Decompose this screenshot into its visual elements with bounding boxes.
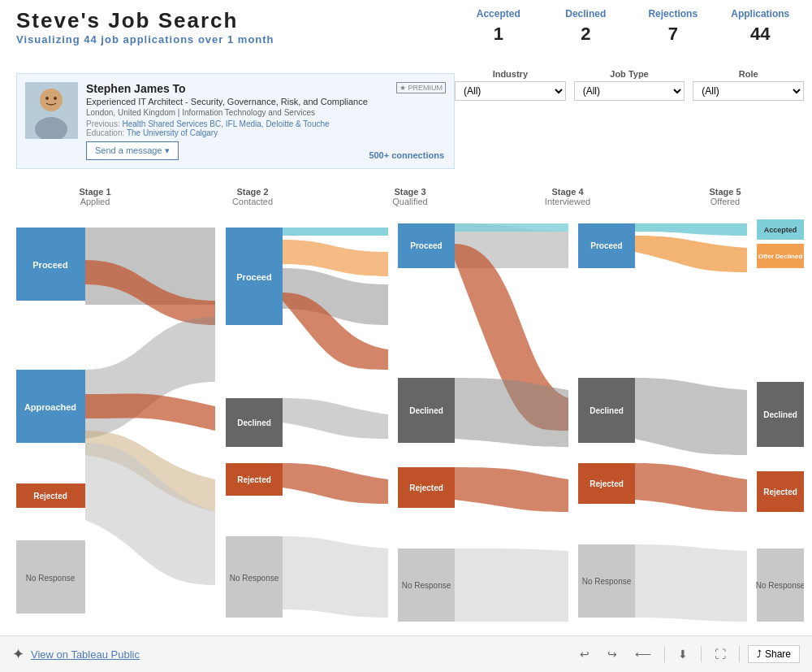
toolbar-divider xyxy=(664,646,665,662)
s5-declined-label: Declined xyxy=(763,410,797,419)
s4-noresponse-label: No Response xyxy=(582,577,632,586)
s3s4-teal-flow xyxy=(455,223,568,232)
role-filter: Role (All) xyxy=(693,69,804,101)
previous-label: Previous: xyxy=(86,119,120,128)
rejections-label: Rejections xyxy=(633,8,714,20)
s5-noresponse-label: No Response xyxy=(756,581,804,590)
s3-proceed-label: Proceed xyxy=(410,241,442,250)
job-type-filter: Job Type (All) xyxy=(574,69,685,101)
s4-proceed-label: Proceed xyxy=(590,241,622,250)
declined-label: Declined xyxy=(545,8,626,20)
stage-4: Stage 4 Interviewed xyxy=(489,187,646,206)
s3s4-orange2-flow xyxy=(455,467,568,512)
industry-filter: Industry (All) xyxy=(455,69,566,101)
s2s3-accepted-flow xyxy=(283,228,388,236)
stage-5-title: Stage 5 xyxy=(646,187,804,197)
stage-3: Stage 3 Qualified xyxy=(331,187,489,206)
s3-noresponse-label: No Response xyxy=(402,581,451,590)
stage-4-title: Stage 4 xyxy=(489,187,646,197)
stats-area: Accepted Declined Rejections Application… xyxy=(455,8,804,49)
stage-2-sub: Contacted xyxy=(174,197,331,206)
accepted-label: Accepted xyxy=(458,8,539,20)
previous-value: Health Shared Services BC, IFL Media, De… xyxy=(122,119,329,128)
s2s3-gray2-flow xyxy=(283,398,388,439)
bottom-toolbar: ↩ ↪ ⟵ ⬇ ⛶ ⤴ Share xyxy=(575,645,800,663)
s3s4-lightgray-flow xyxy=(455,548,568,622)
s1-rejected-label: Rejected xyxy=(33,492,67,501)
download-button[interactable]: ⬇ xyxy=(673,645,693,663)
stage-3-sub: Qualified xyxy=(331,197,489,206)
tableau-logo-icon: ✦ xyxy=(12,645,24,663)
profile-previous: Previous: Health Shared Services BC, IFL… xyxy=(86,119,446,128)
back-button[interactable]: ⟵ xyxy=(630,645,656,663)
svg-point-3 xyxy=(45,97,49,100)
profile-info: Stephen James To ★ PREMIUM Experienced I… xyxy=(86,82,446,160)
profile-title: Experienced IT Architect - Security, Gov… xyxy=(86,97,446,106)
applications-label: Applications xyxy=(719,8,801,20)
s4-declined-label: Declined xyxy=(590,406,624,415)
avatar xyxy=(25,82,78,139)
s3-declined-label: Declined xyxy=(409,406,443,415)
stage-5-sub: Offered xyxy=(646,197,804,206)
filters-area: Industry (All) Job Type (All) Role (All) xyxy=(455,69,804,101)
job-type-select[interactable]: (All) xyxy=(574,81,685,101)
page-subtitle: Visualizing 44 job applications over 1 m… xyxy=(16,33,274,46)
stage-2-title: Stage 2 xyxy=(174,187,331,197)
s2-proceed-label: Proceed xyxy=(236,272,271,282)
profile-card: Stephen James To ★ PREMIUM Experienced I… xyxy=(16,73,455,169)
svg-point-4 xyxy=(54,97,57,100)
stage-1-title: Stage 1 xyxy=(16,187,174,197)
stage-1-sub: Applied xyxy=(16,197,174,206)
redo-button[interactable]: ↪ xyxy=(603,645,622,663)
industry-filter-label: Industry xyxy=(455,69,566,79)
s4s5-teal-flow xyxy=(635,223,747,236)
s4-rejected-label: Rejected xyxy=(590,479,624,488)
declined-value: 2 xyxy=(545,24,626,45)
undo-button[interactable]: ↩ xyxy=(575,645,594,663)
stage-1: Stage 1 Applied xyxy=(16,187,174,206)
s2s3-lightgray-flow xyxy=(283,536,388,618)
profile-premium: ★ PREMIUM xyxy=(396,82,446,93)
fullscreen-button[interactable]: ⛶ xyxy=(710,645,731,663)
profile-education: Education: The University of Calgary xyxy=(86,128,446,137)
stages-header: Stage 1 Applied Stage 2 Contacted Stage … xyxy=(16,187,804,206)
s5-rejected-label: Rejected xyxy=(763,488,797,496)
s2-rejected-label: Rejected xyxy=(237,475,271,484)
toolbar-divider3 xyxy=(739,646,740,662)
share-button[interactable]: ⤴ Share xyxy=(748,645,800,663)
stage-3-title: Stage 3 xyxy=(331,187,489,197)
profile-connections: 500+ connections xyxy=(369,150,444,160)
s3-rejected-label: Rejected xyxy=(409,483,443,492)
role-filter-label: Role xyxy=(693,69,804,79)
svg-point-1 xyxy=(40,89,63,111)
role-select[interactable]: (All) xyxy=(693,81,804,101)
toolbar-divider2 xyxy=(701,646,702,662)
s4s5-lightgray-flow xyxy=(635,544,747,622)
s4s5-gray-flow xyxy=(635,378,747,455)
profile-name: Stephen James To xyxy=(86,82,186,95)
s1-noresponse-label: No Response xyxy=(26,574,76,583)
sankey-diagram: Proceed Approached Rejected No Response … xyxy=(16,219,804,634)
bottom-bar: ✦ View on Tableau Public ↩ ↪ ⟵ ⬇ ⛶ ⤴ Sha… xyxy=(0,635,812,672)
s2s3-orange3-flow xyxy=(283,463,388,504)
share-icon: ⤴ xyxy=(757,648,762,660)
sankey-svg: Proceed Approached Rejected No Response … xyxy=(16,219,804,634)
s2-declined-label: Declined xyxy=(237,418,271,427)
s5-offerdeclined-label: Offer Declined xyxy=(758,253,803,260)
job-type-filter-label: Job Type xyxy=(574,69,685,79)
s1-approached-label: Approached xyxy=(24,402,76,412)
send-message-button[interactable]: Send a message ▾ xyxy=(86,141,179,160)
view-tableau-link[interactable]: View on Tableau Public xyxy=(31,648,140,661)
s2-noresponse-label: No Response xyxy=(230,574,279,583)
stage-5: Stage 5 Offered xyxy=(646,187,804,206)
accepted-value: 1 xyxy=(458,24,539,45)
s5-accepted-label: Accepted xyxy=(764,226,797,234)
s3s4-gray2-flow xyxy=(455,378,568,447)
rejections-value: 7 xyxy=(633,24,714,45)
s1-proceed-label: Proceed xyxy=(32,260,67,270)
s4s5-orange2-flow xyxy=(635,463,747,512)
industry-select[interactable]: (All) xyxy=(455,81,566,101)
page-header: Steve's Job Search Visualizing 44 job ap… xyxy=(16,8,274,46)
profile-location: London, United Kingdom | Information Tec… xyxy=(86,108,446,117)
education-label: Education: xyxy=(86,128,124,137)
